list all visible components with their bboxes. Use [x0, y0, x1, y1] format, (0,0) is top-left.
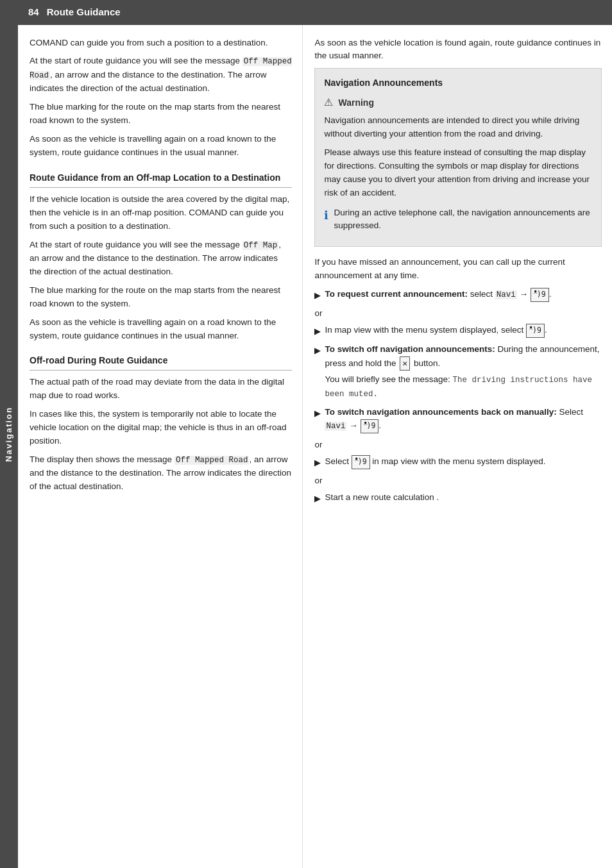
if-missed-text: If you have missed an announcement, you … — [314, 256, 602, 283]
mute-cross-icon: ✕ — [400, 356, 410, 371]
main-content: 84 Route Guidance COMAND can guide you f… — [18, 0, 612, 868]
travelling-again: As soon as the vehicle is travelling aga… — [30, 133, 292, 160]
bullet5-text: Select ᵜ)9 in map view with the menu sys… — [325, 456, 545, 466]
blue-marking: The blue marking for the route on the ma… — [30, 101, 292, 128]
section2-p2: In cases like this, the system is tempor… — [30, 408, 292, 448]
bullet2-text: In map view with the menu system display… — [325, 325, 547, 335]
bullet1-label: To request current announcement: — [325, 289, 468, 299]
left-column: COMAND can guide you from such a positio… — [18, 25, 303, 869]
intro-text: COMAND can guide you from such a positio… — [30, 37, 292, 50]
navi-code-2: Navi — [325, 422, 346, 431]
right-column: As soon as the vehicle location is found… — [303, 25, 612, 869]
bullet-map-view: ▶ In map view with the menu system displ… — [314, 324, 602, 338]
info-text: During an active telephone call, the nav… — [334, 206, 592, 233]
off-map-road-intro: At the start of route guidance you will … — [30, 54, 292, 96]
bullet-arrow-3: ▶ — [314, 344, 321, 357]
muted-msg-prefix: You will briefly see the message: The dr… — [325, 374, 592, 397]
section1-title: Route Guidance from an Off-map Location … — [30, 171, 292, 188]
bullet-switch-off: ▶ To switch off navigation announcements… — [314, 343, 602, 401]
bullet4-label: To switch navigation announcements back … — [325, 407, 556, 417]
bullet-arrow-5: ▶ — [314, 456, 321, 469]
warning-p2: Please always use this feature instead o… — [324, 146, 592, 200]
bullet5-content: Select ᵜ)9 in map view with the menu sys… — [325, 455, 545, 469]
side-tab-label: Navigation — [3, 406, 15, 462]
bullet-select-map: ▶ Select ᵜ)9 in map view with the menu s… — [314, 455, 602, 469]
bullet3-label: To switch off navigation announcements: — [325, 344, 495, 354]
continues-text: As soon as the vehicle location is found… — [314, 37, 602, 63]
bullet-switch-back: ▶ To switch navigation announcements bac… — [314, 406, 602, 433]
bullet1-content: To request current announcement: select … — [325, 288, 551, 302]
section2-p1: The actual path of the road may deviate … — [30, 376, 292, 403]
section2-p3: The display then shows the message Off M… — [30, 453, 292, 494]
bullet6-content: Start a new route calculation . — [325, 491, 439, 505]
off-mapped-road-code2: Off Mapped Road — [174, 456, 250, 465]
bullet-arrow-2: ▶ — [314, 325, 321, 338]
warning-header: ⚠ Warning — [324, 95, 592, 110]
navi-symbol-1: ᵜ)9 — [531, 288, 549, 302]
navi-symbol-4: ᵜ)9 — [352, 455, 370, 469]
page-container: Navigation 84 Route Guidance COMAND can … — [0, 0, 612, 868]
page-title: Route Guidance — [47, 5, 121, 20]
bullet1-text: select Navi → ᵜ)9. — [470, 289, 552, 299]
or-line-1: or — [314, 307, 602, 320]
page-header: 84 Route Guidance — [18, 0, 612, 25]
section1-p4: As soon as the vehicle is travelling aga… — [30, 316, 292, 343]
content-area: COMAND can guide you from such a positio… — [18, 25, 612, 869]
bullet-new-route: ▶ Start a new route calculation . — [314, 491, 602, 505]
navi-code-1: Navi — [495, 290, 517, 299]
navigation-announcements-box: Navigation Announcements ⚠ Warning Navig… — [314, 68, 602, 247]
section1-p3: The blue marking for the route on the ma… — [30, 284, 292, 311]
bullet-request-announcement: ▶ To request current announcement: selec… — [314, 288, 602, 302]
bullet-arrow-4: ▶ — [314, 407, 321, 420]
info-box: ℹ During an active telephone call, the n… — [324, 206, 592, 233]
bullet-arrow-6: ▶ — [314, 492, 321, 505]
muted-code: The driving instructions have been muted… — [325, 376, 592, 398]
bullet6-text: Start a new route calculation . — [325, 492, 439, 502]
navi-symbol-3: ᵜ)9 — [361, 419, 379, 433]
info-icon: ℹ — [324, 207, 328, 233]
section1-p1: If the vehicle location is outside the a… — [30, 193, 292, 233]
or-line-2: or — [314, 438, 602, 451]
section1-p2: At the start of route guidance you will … — [30, 238, 292, 279]
bullet4-content: To switch navigation announcements back … — [325, 406, 602, 433]
warning-label: Warning — [338, 96, 373, 110]
off-map-code: Off Map — [242, 241, 279, 250]
bullet2-content: In map view with the menu system display… — [325, 324, 547, 338]
warning-p1: Navigation announcements are intended to… — [324, 114, 592, 141]
bullet3-content: To switch off navigation announcements: … — [325, 343, 602, 401]
or-line-3: or — [314, 474, 602, 487]
navi-symbol-2: ᵜ)9 — [526, 324, 545, 338]
page-number: 84 — [28, 5, 39, 20]
section2-title: Off-road During Route Guidance — [30, 354, 292, 371]
warning-triangle-icon: ⚠ — [324, 95, 333, 110]
off-mapped-road-code: Off Mapped Road — [30, 57, 292, 79]
warning-section: ⚠ Warning Navigation announcements are i… — [324, 95, 592, 200]
bullet-arrow-1: ▶ — [314, 289, 321, 302]
nav-box-title: Navigation Announcements — [324, 76, 592, 90]
side-tab: Navigation — [0, 0, 18, 868]
